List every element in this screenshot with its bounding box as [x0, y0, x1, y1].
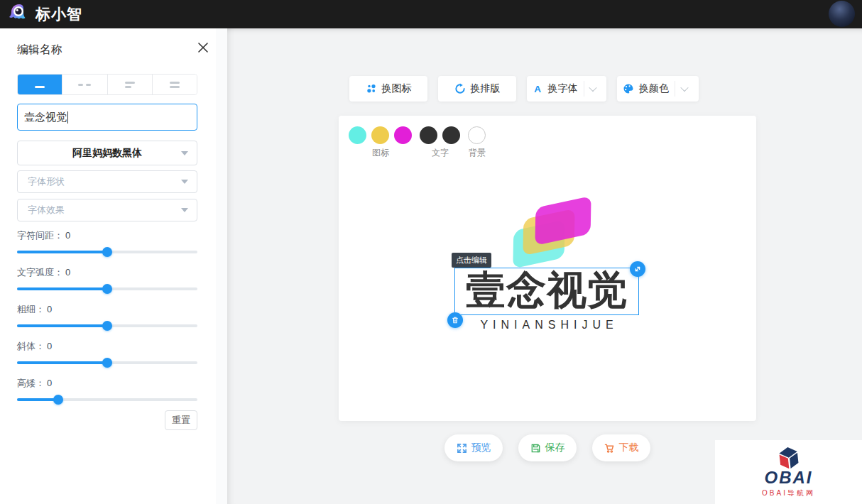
resize-handle-button[interactable] [630, 261, 645, 277]
slider-track[interactable] [17, 284, 197, 294]
color-swatch-icon-1[interactable] [371, 126, 389, 144]
toolbar-button-label: 换图标 [382, 82, 412, 95]
single-dash-icon [35, 80, 45, 90]
slider-list: 字符间距：0文字弧度：0粗细：0斜体：0高矮：0 [17, 229, 197, 414]
chevron-down-icon [589, 84, 596, 92]
reset-button[interactable]: 重置 [165, 410, 197, 430]
two-dash-icon [78, 84, 91, 86]
font-family-value: 阿里妈妈数黑体 [72, 147, 142, 160]
svg-text:A: A [534, 84, 541, 94]
slider-track[interactable] [17, 321, 197, 331]
color-swatch-text-3[interactable] [420, 126, 437, 144]
logo-name-value: 壹念视觉 [24, 111, 67, 124]
slider-thumb[interactable] [102, 247, 112, 257]
toolbar-button-label: 换排版 [471, 82, 501, 95]
edit-tooltip: 点击编辑 [452, 253, 491, 268]
color-swatch-icon-2[interactable] [394, 126, 412, 144]
save-label: 保存 [545, 442, 565, 454]
logo-canvas: 图标 文字 背景 壹念视觉 点击编辑 YINIANSHIJUE [339, 116, 756, 421]
two-line-icon [170, 82, 180, 88]
expand-icon [457, 443, 467, 454]
obai-cube-logo [774, 445, 803, 472]
font-a-icon: A [532, 83, 548, 94]
slider-label: 字符间距：0 [17, 229, 197, 241]
slider-label: 文字弧度：0 [17, 266, 197, 278]
tab-layout-single-line[interactable] [18, 75, 62, 94]
toolbar-button-2[interactable]: A换字体 [527, 76, 606, 102]
dots-grid-icon [366, 83, 382, 94]
slider-track[interactable] [17, 247, 197, 257]
trash-icon [451, 316, 459, 324]
toolbar-button-label: 换字体 [548, 82, 578, 95]
logo-icon-square-magenta[interactable] [535, 196, 591, 246]
font-family-select[interactable]: 阿里妈妈数黑体 [17, 141, 197, 165]
swatch-label-text: 文字 [432, 147, 449, 159]
delete-handle-button[interactable] [447, 312, 463, 328]
close-icon [197, 41, 209, 54]
swatch-label-background: 背景 [469, 147, 486, 159]
app: 标小智 编辑名称 壹念视觉 阿里妈妈数黑体 字体形状 字体效果 字符间距：0文字… [0, 0, 862, 504]
slider-label: 斜体：0 [17, 340, 197, 352]
cart-icon [604, 443, 615, 454]
layout-tabs [17, 74, 197, 95]
edit-panel: 编辑名称 壹念视觉 阿里妈妈数黑体 字体形状 字体效果 字符间距：0文字弧度：0… [0, 28, 216, 504]
user-avatar[interactable] [829, 1, 855, 27]
toolbar-button-3[interactable]: 换颜色 [617, 76, 699, 102]
brand-name: 标小智 [36, 4, 82, 24]
slider-thumb[interactable] [102, 358, 112, 368]
chevron-down-icon [680, 84, 688, 92]
download-button[interactable]: 下载 [592, 434, 650, 461]
obai-watermark: OBAI OBAI导航网 [715, 440, 862, 504]
color-swatch-icon-0[interactable] [349, 126, 366, 144]
toolbar-dropdown-arrow[interactable] [584, 81, 602, 97]
brand-logo[interactable]: 标小智 [7, 2, 82, 26]
floppy-save-icon [530, 443, 541, 454]
toolbar-button-0[interactable]: 换图标 [349, 76, 427, 102]
slider-thumb[interactable] [102, 321, 112, 331]
obai-caption: OBAI导航网 [762, 488, 815, 498]
swatch-label-icon: 图标 [372, 147, 389, 159]
swatch-row [349, 126, 486, 144]
font-shape-placeholder: 字体形状 [28, 175, 65, 188]
close-button[interactable] [196, 41, 210, 55]
tab-layout-two-line-left[interactable] [108, 75, 153, 94]
chevron-down-icon [181, 208, 188, 212]
top-bar: 标小智 [0, 0, 862, 28]
slider-track[interactable] [17, 395, 197, 405]
slider-thumb[interactable] [53, 395, 63, 405]
resize-arrow-icon [633, 265, 642, 273]
refresh-icon [454, 83, 471, 94]
preview-label: 预览 [471, 442, 491, 454]
main-area: 换图标换排版A换字体换颜色 图标 文字 背景 壹念视觉 点击编辑 YINIANS… [227, 28, 862, 504]
tab-layout-two-line[interactable] [153, 75, 197, 94]
preview-button[interactable]: 预览 [444, 434, 503, 461]
slider-thumb[interactable] [102, 284, 112, 294]
chevron-down-icon [181, 180, 188, 184]
color-swatch-text-4[interactable] [442, 126, 460, 144]
slider-label: 粗细：0 [17, 303, 197, 315]
font-effect-select[interactable]: 字体效果 [17, 199, 197, 221]
palette-icon [623, 83, 639, 94]
download-label: 下载 [619, 442, 639, 454]
mascot-icon [7, 2, 31, 26]
text-caret [67, 111, 68, 124]
save-button[interactable]: 保存 [518, 434, 577, 461]
chevron-down-icon [181, 151, 188, 155]
toolbar-dropdown-arrow[interactable] [675, 81, 693, 97]
toolbar-button-1[interactable]: 换排版 [438, 76, 516, 102]
logo-subtext[interactable]: YINIANSHIJUE [440, 319, 653, 332]
two-line-left-icon [125, 82, 135, 88]
font-effect-placeholder: 字体效果 [28, 204, 65, 217]
font-shape-select[interactable]: 字体形状 [17, 170, 197, 193]
obai-wordmark: OBAI [765, 469, 813, 486]
logo-name-input[interactable]: 壹念视觉 [17, 104, 197, 131]
slider-label: 高矮：0 [17, 377, 197, 389]
toolbar-button-label: 换颜色 [639, 82, 669, 95]
tab-layout-two-column[interactable] [62, 75, 107, 94]
slider-track[interactable] [17, 358, 197, 368]
selection-box[interactable] [454, 268, 639, 315]
color-swatch-background-5[interactable] [468, 126, 486, 144]
panel-title: 编辑名称 [17, 43, 62, 57]
